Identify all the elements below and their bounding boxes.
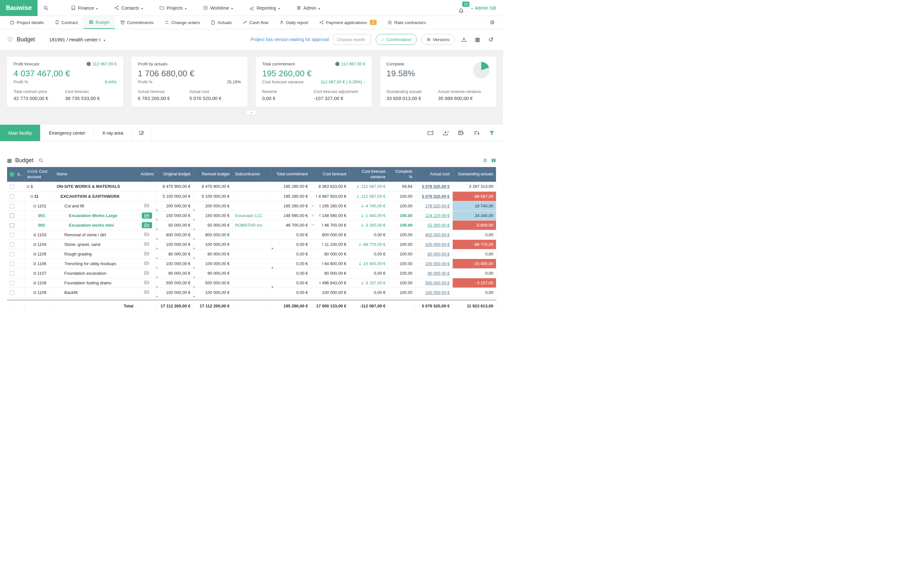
row-checkbox[interactable] (10, 281, 14, 285)
choose-month-input[interactable] (333, 34, 371, 45)
expand-icon[interactable]: ⊞ (33, 242, 37, 247)
actual-cost-link[interactable]: 800 000,00 € (425, 232, 450, 237)
open-commitments-button[interactable] (144, 232, 150, 236)
sort-icon[interactable] (473, 130, 480, 136)
facility-tab-2[interactable]: Emergency center (40, 125, 94, 141)
nav-item-reporting[interactable]: Reporting (241, 0, 288, 16)
nav-item-contacts[interactable]: Contacts (106, 0, 151, 16)
collapse-icon[interactable]: ⊟ (27, 184, 30, 189)
open-commitments-button[interactable] (144, 242, 150, 246)
actual-cost-link[interactable]: 100 000,00 € (425, 242, 450, 247)
actual-cost-link[interactable]: 100 000,00 € (425, 290, 450, 295)
facility-tab-1[interactable]: Main facility (0, 125, 40, 141)
tab-actuals[interactable]: Actuals (205, 16, 237, 29)
collapse-icon[interactable]: ⊟ (33, 204, 37, 208)
col-complete-header[interactable]: Complete % (388, 167, 415, 182)
row-checkbox[interactable] (10, 261, 14, 266)
actual-cost-link[interactable]: 176 520,00 € (425, 203, 450, 208)
subcontractor-link[interactable]: Excavator LLC (235, 213, 262, 218)
nav-item-finance[interactable]: Finance (63, 0, 106, 16)
expand-icon[interactable]: ⊞ (33, 271, 37, 276)
columns-icon[interactable] (491, 158, 496, 163)
tab-budget[interactable]: Budget (83, 16, 115, 29)
row-checkbox[interactable] (10, 271, 14, 276)
tab-change-orders[interactable]: Change orders (159, 16, 205, 29)
open-commitments-button[interactable] (144, 261, 150, 265)
row-checkbox[interactable] (10, 204, 14, 208)
info-icon[interactable]: ⓘ (8, 36, 13, 43)
actual-cost-link[interactable]: 5 076 520,00 € (422, 194, 450, 199)
table-settings-gear-icon[interactable]: ⚙ (483, 157, 487, 163)
import-icon[interactable] (443, 130, 449, 136)
project-selector[interactable]: 181991 / Health center I (49, 37, 105, 42)
expand-icon[interactable]: ⊞ (33, 290, 37, 295)
row-checkbox[interactable] (10, 213, 14, 218)
col-cost-forecast-variance-header[interactable]: Cost forecast variance (349, 167, 388, 182)
version-approval-link[interactable]: Project has version waiting for approval (250, 37, 329, 42)
col-outstanding-actuals-header[interactable]: Outstanding actuals (452, 167, 496, 182)
col-actual-cost-header[interactable]: Actual cost (415, 167, 452, 182)
table-view-icon[interactable]: ▦ (473, 35, 482, 44)
actual-cost-link[interactable]: 52 300,00 € (428, 223, 450, 227)
open-commitments-button[interactable] (142, 222, 152, 228)
actual-cost-link[interactable]: 80 000,00 € (428, 251, 450, 256)
tab-cash-flow[interactable]: Cash flow (237, 16, 274, 29)
tab-contract[interactable]: Contract (49, 16, 83, 29)
collapse-cards-button[interactable] (246, 110, 257, 115)
edit-facility-tabs-button[interactable] (132, 125, 152, 141)
row-checkbox[interactable] (10, 194, 14, 199)
row-checkbox[interactable] (10, 223, 14, 227)
row-checkbox[interactable] (10, 252, 14, 256)
col-subcontractor-header[interactable]: Subcontractor (232, 167, 271, 182)
open-commitments-button[interactable] (142, 213, 152, 219)
global-search-icon[interactable] (37, 5, 54, 11)
tab-payment-applications[interactable]: Payment applications2 (314, 16, 382, 29)
tab-rate-contractors[interactable]: Rate contractors (382, 16, 431, 29)
tab-commitments[interactable]: Commitments (115, 16, 159, 29)
col-cost-forecast-header[interactable]: Cost forecast (310, 167, 349, 182)
actual-cost-link[interactable]: 90 000,00 € (428, 271, 450, 276)
actual-cost-link[interactable]: 5 076 520,00 € (422, 184, 450, 189)
tree-collapse-expand-icons[interactable] (27, 169, 38, 174)
versions-button[interactable]: Versions (421, 34, 455, 45)
actual-cost-link[interactable]: 100 000,00 € (425, 261, 450, 266)
download-icon[interactable] (459, 35, 468, 44)
nav-item-worktime[interactable]: Worktime (195, 0, 241, 16)
open-commitments-button[interactable] (144, 290, 150, 294)
facility-tab-3[interactable]: X-ray area (94, 125, 132, 141)
actual-cost-link[interactable]: 500 000,00 € (425, 280, 450, 285)
open-commitments-button[interactable] (144, 203, 150, 207)
col-p-header[interactable]: p... (15, 167, 24, 182)
user-menu[interactable]: Admin SB (471, 5, 496, 11)
select-all-checkbox[interactable] (10, 172, 14, 177)
table-search-icon[interactable] (39, 158, 43, 163)
tab-settings-gear-icon[interactable]: ⚙ (490, 16, 503, 29)
row-checkbox[interactable] (10, 290, 14, 295)
notifications-button[interactable]: 13 (459, 2, 468, 14)
actual-cost-link[interactable]: 124 220,00 € (425, 213, 450, 218)
col-cost-account-header[interactable]: Cost account (24, 167, 54, 182)
filter-icon[interactable] (489, 130, 495, 136)
edit-table-icon[interactable] (458, 130, 465, 136)
history-icon[interactable]: ↺ (486, 35, 495, 44)
expand-icon[interactable]: ⊞ (33, 281, 37, 285)
open-commitments-button[interactable] (144, 280, 150, 284)
subcontractor-link[interactable]: ROMSTAR Inc (235, 223, 262, 227)
row-checkbox[interactable] (10, 233, 14, 237)
col-total-commitment-header[interactable]: Total commitment (271, 167, 310, 182)
expand-icon[interactable]: ⊞ (33, 261, 37, 266)
open-commitments-button[interactable] (144, 271, 150, 275)
col-name-header[interactable]: Name (54, 167, 138, 182)
nav-item-admin[interactable]: Admin (288, 0, 328, 16)
add-folder-icon[interactable] (427, 130, 434, 136)
row-checkbox[interactable] (10, 242, 14, 247)
app-logo[interactable]: Bauwise (0, 0, 37, 16)
row-checkbox[interactable] (10, 185, 14, 189)
nav-item-projects[interactable]: Projects (151, 0, 195, 16)
expand-icon[interactable]: ⊞ (33, 233, 37, 237)
col-revised-budget-header[interactable]: Revised budget (193, 167, 232, 182)
tab-project-details[interactable]: Project details (5, 16, 49, 29)
open-commitments-button[interactable] (144, 251, 150, 255)
collapse-icon[interactable]: ⊟ (30, 194, 33, 199)
confirmation-button[interactable]: Confirmation (376, 34, 417, 45)
